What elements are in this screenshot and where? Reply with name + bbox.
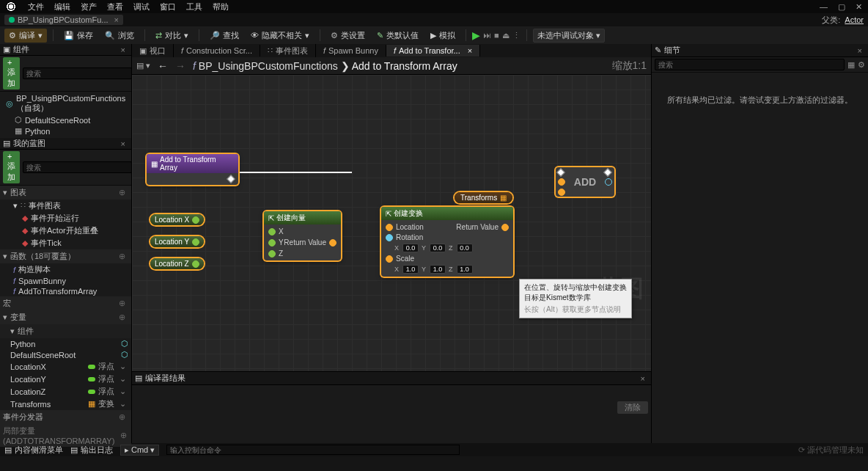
exec-output-pin[interactable] (227, 175, 235, 183)
scale-input-pin[interactable] (386, 255, 393, 263)
component-var-item[interactable]: DefaultSceneRoot⬡ (0, 349, 131, 360)
location-input-pin[interactable] (386, 224, 393, 231)
exec-input-pin[interactable] (556, 168, 564, 176)
variable-item[interactable]: LocationY浮点⌄ (0, 373, 131, 385)
gear-icon[interactable]: ⚙ (858, 60, 865, 70)
add-local-var-button[interactable]: ⊕ (117, 431, 130, 440)
diff-button[interactable]: ⇄对比 (151, 29, 193, 43)
compiler-header[interactable]: ▤ 编译器结果 × (132, 372, 651, 385)
details-panel-header[interactable]: ✎ 细节 × (652, 44, 868, 57)
event-item[interactable]: ◆事件Actor开始重叠 (0, 224, 131, 237)
make-transform-node[interactable]: ⇱创建变换 Location Return Value Rotation X Y… (381, 207, 513, 277)
add-bp-button[interactable]: + 添加 (3, 151, 20, 183)
asset-tab[interactable]: BP_UsingBPCustomFu... × (4, 15, 123, 25)
components-tree-root[interactable]: ◎ BP_UsingBPCustomFunctions （自我） (0, 93, 131, 114)
menu-item[interactable]: 查看 (107, 1, 123, 12)
play-button[interactable]: ▶ (472, 29, 480, 41)
find-button[interactable]: 🔎查找 (205, 29, 243, 43)
add-variable-button[interactable]: ⊕ (116, 313, 128, 322)
simulate-button[interactable]: ▶模拟 (426, 29, 460, 43)
mybp-search-input[interactable] (23, 161, 132, 173)
menu-item[interactable]: 帮助 (213, 1, 229, 12)
scale-z-input[interactable] (457, 265, 473, 274)
make-vector-node[interactable]: ⇱创建向量 X Y Z Return Value (264, 211, 341, 260)
variable-item[interactable]: Transforms▦变换⌄ (0, 398, 131, 410)
input-pin-y[interactable] (268, 239, 276, 247)
input-pin-x[interactable] (268, 228, 276, 236)
dispatchers-section[interactable]: 事件分发器⊕ (0, 410, 131, 424)
source-control-status[interactable]: ⟳源代码管理未知 (798, 445, 864, 456)
graph-tab-eventgraph[interactable]: ∷事件图表 (260, 44, 316, 58)
get-transforms-node[interactable]: Transforms ▦ (455, 192, 512, 203)
nav-back-button[interactable]: ← (158, 60, 168, 72)
array-add-node[interactable]: ADD (556, 167, 614, 197)
class-defaults-button[interactable]: ✎类默认值 (372, 29, 423, 43)
stop-button[interactable]: ■ (494, 31, 499, 40)
scale-y-input[interactable] (430, 265, 446, 274)
var-output-pin[interactable] (192, 216, 199, 224)
functions-section[interactable]: 函数（18可覆盖）⊕ (0, 249, 131, 263)
mybp-panel-header[interactable]: ▤ 我的蓝图 × (0, 138, 131, 150)
rot-y-input[interactable] (430, 244, 446, 252)
function-item[interactable]: fSpawnBunny (0, 276, 131, 286)
breadcrumb-leaf[interactable]: Add to Transform Array (352, 60, 457, 72)
local-vars-section[interactable]: 局部变量 (ADDTOTRANSFORMARRAY)⊕ (0, 424, 131, 447)
variable-item[interactable]: LocationZ浮点⌄ (0, 385, 131, 398)
var-output-pin[interactable] (192, 260, 199, 268)
close-icon[interactable]: × (118, 45, 128, 54)
step-button[interactable]: ⏭ (483, 31, 491, 40)
add-macro-button[interactable]: ⊕ (116, 299, 128, 308)
minimize-button[interactable]: — (820, 2, 828, 12)
recent-button[interactable]: ▤ ▾ (136, 61, 150, 70)
macros-section[interactable]: 宏⊕ (0, 296, 131, 310)
exec-output-pin[interactable] (603, 168, 611, 176)
close-icon[interactable]: × (638, 374, 648, 383)
graphs-section[interactable]: 图表⊕ (0, 186, 131, 200)
chevron-down-icon[interactable]: ⌄ (117, 362, 128, 371)
input-pin-z[interactable] (268, 250, 276, 258)
item-input-pin[interactable] (558, 189, 565, 196)
cmd-input[interactable] (166, 445, 460, 455)
get-variable-node[interactable]: Location X (150, 214, 204, 225)
get-variable-node[interactable]: Location Z (150, 258, 204, 269)
graph-tab-spawnbunny[interactable]: fSpawn Bunny (316, 45, 386, 56)
components-search-input[interactable] (23, 67, 132, 79)
rot-z-input[interactable] (457, 244, 473, 252)
class-settings-button[interactable]: ⚙类设置 (326, 29, 369, 43)
get-variable-node[interactable]: Location Y (150, 236, 204, 247)
menu-item[interactable]: 调试 (133, 1, 150, 12)
add-function-button[interactable]: ⊕ (116, 252, 128, 261)
hide-unrelated-button[interactable]: 👁隐藏不相关 (246, 29, 314, 43)
chevron-down-icon[interactable]: ⌄ (117, 374, 128, 384)
grid-icon[interactable]: ▦ (847, 60, 855, 70)
menu-item[interactable]: 工具 (186, 1, 202, 12)
chevron-down-icon[interactable]: ⌄ (117, 387, 128, 396)
menu-item[interactable]: 窗口 (160, 1, 176, 12)
menu-item[interactable]: 文件 (28, 1, 44, 12)
output-pin[interactable] (329, 239, 336, 247)
menu-item[interactable]: 资产 (81, 1, 97, 12)
components-tree-item[interactable]: ▦ Python (0, 125, 131, 136)
event-item[interactable]: ◆事件开始运行 (0, 212, 131, 224)
components-tree-item[interactable]: ⬡ DefaultSceneRoot (0, 114, 131, 125)
clear-results-button[interactable]: 清除 (617, 401, 648, 414)
maximize-button[interactable]: ▢ (838, 2, 845, 12)
nav-forward-button[interactable]: → (175, 60, 185, 72)
component-var-item[interactable]: Python⬡ (0, 338, 131, 349)
graph-tab-viewport[interactable]: ▣视口 (132, 44, 174, 58)
function-item[interactable]: f构造脚本 (0, 263, 131, 276)
close-tab-icon[interactable]: × (111, 15, 119, 24)
transform-output-pin[interactable] (501, 224, 509, 231)
eject-button[interactable]: ⏏ (502, 31, 510, 40)
close-icon[interactable]: × (855, 46, 865, 55)
close-icon[interactable]: × (118, 139, 128, 148)
graph-tab-construction[interactable]: fConstruction Scr... (174, 45, 260, 56)
array-input-pin[interactable] (558, 178, 565, 186)
graph-canvas[interactable]: 蓝图 ▦ Add to Transform Array (132, 75, 651, 371)
add-component-button[interactable]: + 添加 (3, 57, 20, 90)
menu-item[interactable]: 编辑 (54, 1, 70, 12)
output-log-button[interactable]: ▤输出日志 (70, 445, 113, 456)
function-entry-node[interactable]: ▦ Add to Transform Array (147, 154, 238, 185)
components-panel-header[interactable]: ▣ 组件 × (0, 44, 131, 56)
component-vars-section[interactable]: 组件 (0, 324, 131, 338)
